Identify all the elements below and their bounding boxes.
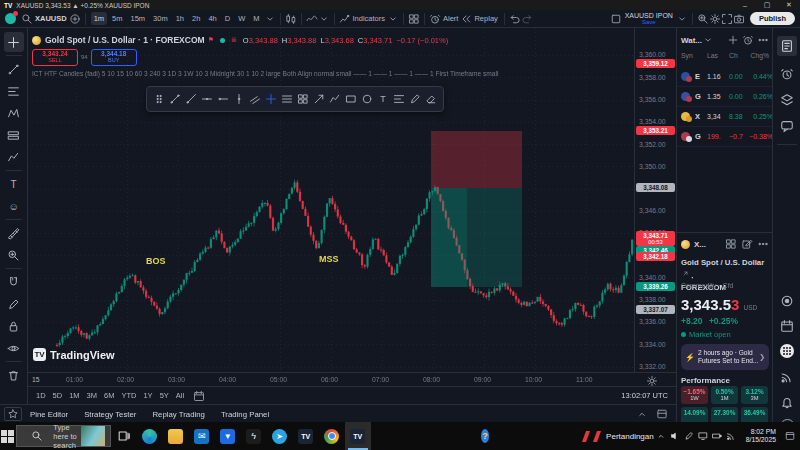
undo-icon[interactable]: [509, 13, 521, 25]
action-center-icon[interactable]: [784, 430, 796, 442]
tab-trading-panel[interactable]: Trading Panel: [221, 410, 269, 419]
compare-icon[interactable]: [69, 13, 81, 25]
flat-channel-icon[interactable]: [279, 90, 295, 108]
indicators-button[interactable]: Indicators: [353, 14, 386, 23]
chart-type-icon[interactable]: [285, 13, 297, 25]
mail-app[interactable]: ✉: [189, 422, 215, 450]
fullscreen-icon[interactable]: [721, 13, 733, 25]
taskbar-search-box[interactable]: Type here to search: [16, 425, 111, 447]
price-axis[interactable]: 3,360.003,358.003,356.003,354.003,352.00…: [634, 28, 677, 372]
watchlist-more-icon[interactable]: [757, 34, 769, 46]
settings-gear-icon[interactable]: [709, 13, 721, 25]
news-item[interactable]: ⚡ 2 hours ago · Gold Futures Set to End.…: [681, 344, 769, 370]
range-button-5Y[interactable]: 5Y: [160, 391, 169, 400]
range-button-1Y[interactable]: 1Y: [143, 391, 152, 400]
ray-icon[interactable]: [183, 90, 199, 108]
chat-panel-icon[interactable]: [777, 116, 797, 136]
tray-expand-chevron[interactable]: [655, 431, 667, 441]
apps-grid-icon[interactable]: [777, 341, 797, 361]
magnet-tool[interactable]: [4, 272, 24, 292]
help-globe-icon[interactable]: ?: [481, 429, 489, 443]
maximize-button[interactable]: ▢: [756, 1, 778, 9]
telegram-app[interactable]: ➤: [267, 422, 293, 450]
utc-clock[interactable]: 13:02:07 UTC: [621, 391, 668, 400]
display-icon[interactable]: [697, 431, 709, 441]
tab-pine-editor[interactable]: Pine Editor: [30, 410, 68, 419]
vertical-line-icon[interactable]: [231, 90, 247, 108]
edge-app[interactable]: [137, 422, 163, 450]
external-link-icon[interactable]: [681, 268, 689, 280]
user-avatar[interactable]: [5, 13, 16, 24]
indicator-settings-line[interactable]: ICT HTF Candles (fadi) 5 10 15 10 60 3 2…: [32, 70, 498, 77]
watchlist-row-3[interactable]: X3,348.380.25%: [677, 106, 773, 127]
layout-selector[interactable]: XAUUSD IPON Save: [625, 12, 673, 25]
range-button-1D[interactable]: 1D: [36, 391, 46, 400]
zoom-in-tool[interactable]: [4, 245, 24, 265]
watchlist-alerts-icon[interactable]: [742, 34, 754, 46]
timeframe-button-5m[interactable]: 5m: [109, 12, 125, 25]
trend-line-icon[interactable]: [167, 90, 183, 108]
indicators-chevron-icon[interactable]: [387, 13, 399, 25]
horizontal-ray-icon[interactable]: [215, 90, 231, 108]
indicators-icon[interactable]: [339, 13, 351, 25]
time-axis[interactable]: 15 01:0002:0003:0004:0005:0006:0007:0008…: [28, 372, 676, 387]
timeframe-button-15m[interactable]: 15m: [128, 12, 149, 25]
range-button-3M[interactable]: 3M: [87, 391, 97, 400]
watchlist-panel-icon[interactable]: [777, 36, 797, 56]
news-feed-icon[interactable]: [777, 367, 797, 387]
hide-drawings-tool[interactable]: [4, 338, 24, 358]
watchlist-title[interactable]: Wat...: [681, 36, 702, 45]
add-symbol-icon[interactable]: [727, 34, 739, 46]
tab-strategy-tester[interactable]: Strategy Tester: [84, 410, 136, 419]
watchlist-chevron-icon[interactable]: [702, 34, 714, 46]
replay-icon[interactable]: [460, 13, 472, 25]
trend-line-tool[interactable]: [4, 59, 24, 79]
minimize-button[interactable]: –: [734, 2, 756, 9]
notifications-icon[interactable]: [777, 392, 797, 412]
tab-replay-trading[interactable]: Replay Trading: [152, 410, 204, 419]
watchlist-row-4[interactable]: G199.−0.7−0.38%: [677, 126, 773, 147]
object-tree-icon[interactable]: [777, 90, 797, 110]
symbol-search-icon[interactable]: [21, 13, 33, 25]
start-button[interactable]: [0, 430, 16, 443]
emoji-tool[interactable]: ☺: [4, 196, 24, 216]
column-header-chg%[interactable]: Chg%: [747, 52, 769, 59]
pen-icon[interactable]: [683, 431, 695, 441]
snapshot-camera-icon[interactable]: [733, 13, 745, 25]
compose-icon[interactable]: [741, 238, 753, 250]
timeframe-button-D[interactable]: D: [222, 12, 233, 25]
candlestick-chart-canvas[interactable]: [28, 28, 634, 372]
legend-menu-icon[interactable]: ≣: [231, 36, 236, 44]
layout-save-label[interactable]: Save: [625, 19, 673, 25]
timeframe-chevron-icon[interactable]: [264, 13, 276, 25]
column-header-ch[interactable]: Ch: [729, 52, 747, 59]
brush-icon[interactable]: [407, 90, 423, 108]
horizontal-line-icon[interactable]: [199, 90, 215, 108]
watchlist-row-2[interactable]: G1.350.000.26%: [677, 86, 773, 107]
range-button-1M[interactable]: 1M: [69, 391, 79, 400]
drawing-mode-tool[interactable]: [4, 294, 24, 314]
tradingview-app-active[interactable]: TV: [345, 422, 371, 450]
screener-icon[interactable]: [777, 291, 797, 311]
panel-collapse-icon[interactable]: [636, 408, 648, 420]
range-button-6M[interactable]: 6M: [104, 391, 114, 400]
layout-chevron-icon[interactable]: [676, 13, 688, 25]
publish-button[interactable]: Publish: [750, 12, 795, 25]
alerts-panel-icon[interactable]: [777, 64, 797, 84]
text-icon[interactable]: T: [375, 90, 391, 108]
timeframe-button-30m[interactable]: 30m: [150, 12, 171, 25]
timeframe-button-1m[interactable]: 1m: [91, 12, 107, 25]
ellipse-icon[interactable]: [359, 90, 375, 108]
lock-drawings-tool[interactable]: [4, 316, 24, 336]
rectangle-icon[interactable]: [343, 90, 359, 108]
symbol-search-button[interactable]: XAUUSD: [35, 14, 67, 23]
fib-retracement-tool[interactable]: [4, 81, 24, 101]
fib-retracement-icon[interactable]: [391, 90, 407, 108]
crosshair-icon[interactable]: [263, 90, 279, 108]
taskbar-clock[interactable]: 8:02 PM 8/15/2025: [746, 428, 776, 444]
eraser-icon[interactable]: [423, 90, 439, 108]
watchlist-row-1[interactable]: E1.160.000.44%: [677, 66, 773, 87]
favorites-star-icon[interactable]: [4, 407, 22, 421]
timeframe-button-4h[interactable]: 4h: [205, 12, 219, 25]
chart-pane[interactable]: Gold Spot / U.S. Dollar · 1 · FOREXCOM ⚑…: [28, 28, 634, 372]
